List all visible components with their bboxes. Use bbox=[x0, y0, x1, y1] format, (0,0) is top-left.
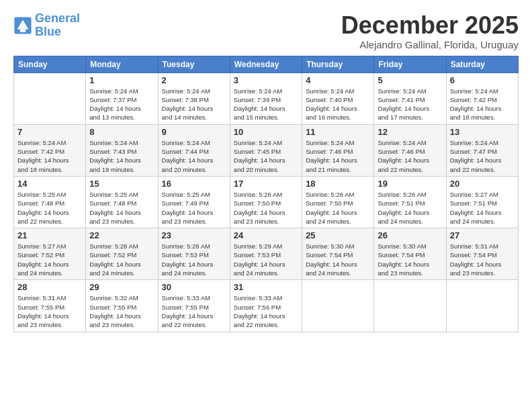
calendar-cell: 5Sunrise: 5:24 AM Sunset: 7:41 PM Daylig… bbox=[374, 73, 446, 124]
weekday-header: Sunday bbox=[14, 56, 86, 73]
day-info: Sunrise: 5:29 AM Sunset: 7:53 PM Dayligh… bbox=[234, 242, 298, 277]
day-info: Sunrise: 5:24 AM Sunset: 7:41 PM Dayligh… bbox=[378, 87, 442, 122]
day-number: 20 bbox=[450, 179, 515, 189]
month-title: December 2025 bbox=[341, 12, 519, 39]
weekday-header: Wednesday bbox=[230, 56, 302, 73]
day-number: 6 bbox=[450, 75, 515, 85]
day-info: Sunrise: 5:24 AM Sunset: 7:47 PM Dayligh… bbox=[450, 138, 515, 174]
weekday-header: Monday bbox=[86, 56, 158, 73]
calendar-cell: 24Sunrise: 5:29 AM Sunset: 7:53 PM Dayli… bbox=[230, 228, 302, 280]
day-number: 2 bbox=[162, 75, 226, 85]
calendar-cell bbox=[14, 73, 86, 124]
calendar-cell: 15Sunrise: 5:25 AM Sunset: 7:48 PM Dayli… bbox=[86, 176, 158, 228]
logo-line2: Blue bbox=[35, 25, 61, 38]
calendar-cell: 2Sunrise: 5:24 AM Sunset: 7:38 PM Daylig… bbox=[158, 73, 230, 124]
header: General Blue December 2025 Alejandro Gal… bbox=[13, 12, 519, 50]
day-info: Sunrise: 5:24 AM Sunset: 7:46 PM Dayligh… bbox=[378, 138, 442, 174]
day-number: 30 bbox=[162, 282, 226, 292]
weekday-header: Saturday bbox=[446, 56, 518, 73]
day-info: Sunrise: 5:24 AM Sunset: 7:42 PM Dayligh… bbox=[17, 138, 82, 174]
day-info: Sunrise: 5:33 AM Sunset: 7:55 PM Dayligh… bbox=[162, 293, 226, 329]
day-number: 11 bbox=[306, 127, 370, 137]
day-info: Sunrise: 5:31 AM Sunset: 7:54 PM Dayligh… bbox=[450, 242, 515, 277]
day-info: Sunrise: 5:33 AM Sunset: 7:56 PM Dayligh… bbox=[234, 293, 298, 329]
day-info: Sunrise: 5:31 AM Sunset: 7:55 PM Dayligh… bbox=[17, 293, 82, 329]
day-number: 27 bbox=[450, 230, 515, 240]
day-number: 12 bbox=[378, 127, 442, 137]
day-number: 19 bbox=[378, 179, 442, 189]
day-info: Sunrise: 5:24 AM Sunset: 7:39 PM Dayligh… bbox=[234, 87, 298, 122]
location-subtitle: Alejandro Gallinal, Florida, Uruguay bbox=[341, 39, 519, 50]
day-number: 24 bbox=[234, 230, 298, 240]
day-info: Sunrise: 5:28 AM Sunset: 7:52 PM Dayligh… bbox=[89, 242, 154, 277]
day-number: 15 bbox=[89, 179, 154, 189]
calendar-cell: 1Sunrise: 5:24 AM Sunset: 7:37 PM Daylig… bbox=[86, 73, 158, 124]
day-number: 29 bbox=[89, 282, 154, 292]
day-number: 23 bbox=[162, 230, 226, 240]
day-number: 7 bbox=[17, 127, 82, 137]
day-info: Sunrise: 5:27 AM Sunset: 7:52 PM Dayligh… bbox=[17, 242, 82, 277]
calendar-cell: 30Sunrise: 5:33 AM Sunset: 7:55 PM Dayli… bbox=[158, 280, 230, 332]
calendar-cell: 13Sunrise: 5:24 AM Sunset: 7:47 PM Dayli… bbox=[446, 124, 518, 176]
calendar-cell bbox=[302, 280, 374, 332]
day-number: 17 bbox=[234, 179, 298, 189]
calendar-cell: 28Sunrise: 5:31 AM Sunset: 7:55 PM Dayli… bbox=[14, 280, 86, 332]
calendar-cell bbox=[374, 280, 446, 332]
day-info: Sunrise: 5:24 AM Sunset: 7:45 PM Dayligh… bbox=[234, 138, 298, 174]
calendar-cell: 31Sunrise: 5:33 AM Sunset: 7:56 PM Dayli… bbox=[230, 280, 302, 332]
calendar-cell: 8Sunrise: 5:24 AM Sunset: 7:43 PM Daylig… bbox=[86, 124, 158, 176]
calendar-cell: 20Sunrise: 5:27 AM Sunset: 7:51 PM Dayli… bbox=[446, 176, 518, 228]
calendar-cell: 3Sunrise: 5:24 AM Sunset: 7:39 PM Daylig… bbox=[230, 73, 302, 124]
day-info: Sunrise: 5:30 AM Sunset: 7:54 PM Dayligh… bbox=[306, 242, 370, 277]
weekday-header: Thursday bbox=[302, 56, 374, 73]
day-number: 3 bbox=[234, 75, 298, 85]
day-number: 28 bbox=[17, 282, 82, 292]
calendar-cell: 23Sunrise: 5:28 AM Sunset: 7:53 PM Dayli… bbox=[158, 228, 230, 280]
day-number: 14 bbox=[17, 179, 82, 189]
day-number: 21 bbox=[17, 230, 82, 240]
day-info: Sunrise: 5:24 AM Sunset: 7:40 PM Dayligh… bbox=[306, 87, 370, 122]
day-info: Sunrise: 5:26 AM Sunset: 7:50 PM Dayligh… bbox=[306, 190, 370, 226]
calendar-cell: 10Sunrise: 5:24 AM Sunset: 7:45 PM Dayli… bbox=[230, 124, 302, 176]
weekday-header: Friday bbox=[374, 56, 446, 73]
day-info: Sunrise: 5:28 AM Sunset: 7:53 PM Dayligh… bbox=[162, 242, 226, 277]
day-number: 10 bbox=[234, 127, 298, 137]
day-info: Sunrise: 5:25 AM Sunset: 7:49 PM Dayligh… bbox=[162, 190, 226, 226]
day-info: Sunrise: 5:24 AM Sunset: 7:38 PM Dayligh… bbox=[162, 87, 226, 122]
day-number: 25 bbox=[306, 230, 370, 240]
day-number: 16 bbox=[162, 179, 226, 189]
day-number: 8 bbox=[89, 127, 154, 137]
calendar-cell: 16Sunrise: 5:25 AM Sunset: 7:49 PM Dayli… bbox=[158, 176, 230, 228]
calendar-cell: 18Sunrise: 5:26 AM Sunset: 7:50 PM Dayli… bbox=[302, 176, 374, 228]
calendar-cell: 11Sunrise: 5:24 AM Sunset: 7:46 PM Dayli… bbox=[302, 124, 374, 176]
day-info: Sunrise: 5:25 AM Sunset: 7:48 PM Dayligh… bbox=[89, 190, 154, 226]
day-info: Sunrise: 5:24 AM Sunset: 7:37 PM Dayligh… bbox=[89, 87, 154, 122]
day-info: Sunrise: 5:24 AM Sunset: 7:43 PM Dayligh… bbox=[89, 138, 154, 174]
calendar-table: SundayMondayTuesdayWednesdayThursdayFrid… bbox=[13, 56, 519, 332]
day-number: 31 bbox=[234, 282, 298, 292]
title-block: December 2025 Alejandro Gallinal, Florid… bbox=[341, 12, 519, 50]
day-info: Sunrise: 5:26 AM Sunset: 7:50 PM Dayligh… bbox=[234, 190, 298, 226]
calendar-cell: 4Sunrise: 5:24 AM Sunset: 7:40 PM Daylig… bbox=[302, 73, 374, 124]
calendar-cell: 22Sunrise: 5:28 AM Sunset: 7:52 PM Dayli… bbox=[86, 228, 158, 280]
calendar-cell: 29Sunrise: 5:32 AM Sunset: 7:55 PM Dayli… bbox=[86, 280, 158, 332]
calendar-cell: 25Sunrise: 5:30 AM Sunset: 7:54 PM Dayli… bbox=[302, 228, 374, 280]
calendar-cell: 12Sunrise: 5:24 AM Sunset: 7:46 PM Dayli… bbox=[374, 124, 446, 176]
calendar-page: General Blue December 2025 Alejandro Gal… bbox=[0, 0, 532, 411]
calendar-cell: 21Sunrise: 5:27 AM Sunset: 7:52 PM Dayli… bbox=[14, 228, 86, 280]
calendar-cell: 19Sunrise: 5:26 AM Sunset: 7:51 PM Dayli… bbox=[374, 176, 446, 228]
calendar-cell: 9Sunrise: 5:24 AM Sunset: 7:44 PM Daylig… bbox=[158, 124, 230, 176]
day-info: Sunrise: 5:24 AM Sunset: 7:44 PM Dayligh… bbox=[162, 138, 226, 174]
day-number: 4 bbox=[306, 75, 370, 85]
calendar-cell: 7Sunrise: 5:24 AM Sunset: 7:42 PM Daylig… bbox=[14, 124, 86, 176]
day-info: Sunrise: 5:30 AM Sunset: 7:54 PM Dayligh… bbox=[378, 242, 442, 277]
day-info: Sunrise: 5:24 AM Sunset: 7:42 PM Dayligh… bbox=[450, 87, 515, 122]
calendar-cell: 14Sunrise: 5:25 AM Sunset: 7:48 PM Dayli… bbox=[14, 176, 86, 228]
day-info: Sunrise: 5:26 AM Sunset: 7:51 PM Dayligh… bbox=[378, 190, 442, 226]
day-info: Sunrise: 5:27 AM Sunset: 7:51 PM Dayligh… bbox=[450, 190, 515, 226]
logo-line1: General bbox=[35, 11, 80, 25]
day-number: 26 bbox=[378, 230, 442, 240]
calendar-cell: 27Sunrise: 5:31 AM Sunset: 7:54 PM Dayli… bbox=[446, 228, 518, 280]
logo: General Blue bbox=[13, 12, 80, 39]
day-info: Sunrise: 5:32 AM Sunset: 7:55 PM Dayligh… bbox=[89, 293, 154, 329]
